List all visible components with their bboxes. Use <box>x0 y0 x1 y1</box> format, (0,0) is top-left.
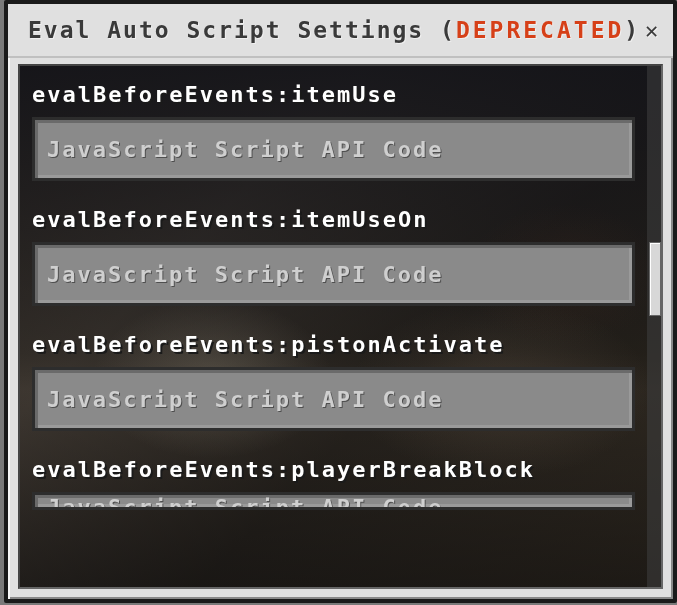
event-label: evalBeforeEvents:pistonActivate <box>20 328 647 367</box>
close-icon: ✕ <box>645 18 654 43</box>
event-code-input[interactable]: JavaScript Script API Code <box>32 242 635 306</box>
scrollbar-track[interactable] <box>647 66 661 587</box>
title-suffix: ) <box>624 17 640 43</box>
title-bar: Eval Auto Script Settings (DEPRECATED) ✕ <box>8 4 673 58</box>
event-code-input[interactable]: JavaScript Script API Code <box>32 492 635 510</box>
title-deprecated: DEPRECATED <box>456 17 624 43</box>
input-placeholder: JavaScript Script API Code <box>47 387 443 412</box>
input-placeholder: JavaScript Script API Code <box>47 495 443 510</box>
event-label: evalBeforeEvents:playerBreakBlock <box>20 453 647 492</box>
event-label: evalBeforeEvents:itemUse <box>20 78 647 117</box>
scrollbar-thumb[interactable] <box>649 242 661 316</box>
dialog-title: Eval Auto Script Settings (DEPRECATED) <box>28 17 640 43</box>
event-code-input[interactable]: JavaScript Script API Code <box>32 367 635 431</box>
content-panel: evalBeforeEvents:itemUse JavaScript Scri… <box>18 64 663 589</box>
title-prefix: Eval Auto Script Settings ( <box>28 17 456 43</box>
close-button[interactable]: ✕ <box>640 16 659 44</box>
dialog-frame: Eval Auto Script Settings (DEPRECATED) ✕… <box>4 0 677 603</box>
input-placeholder: JavaScript Script API Code <box>47 262 443 287</box>
input-placeholder: JavaScript Script API Code <box>47 137 443 162</box>
event-code-input[interactable]: JavaScript Script API Code <box>32 117 635 181</box>
event-list: evalBeforeEvents:itemUse JavaScript Scri… <box>20 66 647 587</box>
event-label: evalBeforeEvents:itemUseOn <box>20 203 647 242</box>
